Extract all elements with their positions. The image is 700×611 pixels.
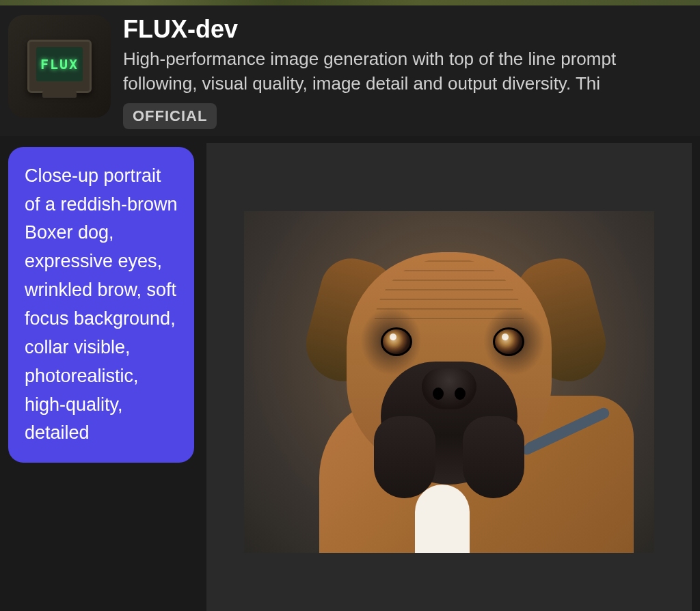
model-icon: FLUX: [8, 15, 111, 118]
prompt-message-bubble[interactable]: Close-up portrait of a reddish-brown Box…: [8, 147, 194, 463]
monitor-screen-label: FLUX: [36, 47, 83, 81]
model-title: FLUX-dev: [123, 15, 692, 44]
generated-image[interactable]: [244, 211, 654, 553]
image-output-panel: [206, 143, 692, 611]
model-header: FLUX FLUX-dev High-performance image gen…: [0, 5, 700, 136]
model-info: FLUX-dev High-performance image generati…: [123, 15, 692, 129]
main-content: Close-up portrait of a reddish-brown Box…: [0, 136, 700, 611]
model-description: High-performance image generation with t…: [123, 46, 692, 96]
boxer-dog-illustration: [306, 232, 593, 532]
prompt-text: Close-up portrait of a reddish-brown Box…: [25, 165, 178, 444]
official-badge: OFFICIAL: [123, 103, 217, 129]
top-banner-strip: [0, 0, 700, 5]
retro-monitor-icon: FLUX: [27, 40, 92, 93]
